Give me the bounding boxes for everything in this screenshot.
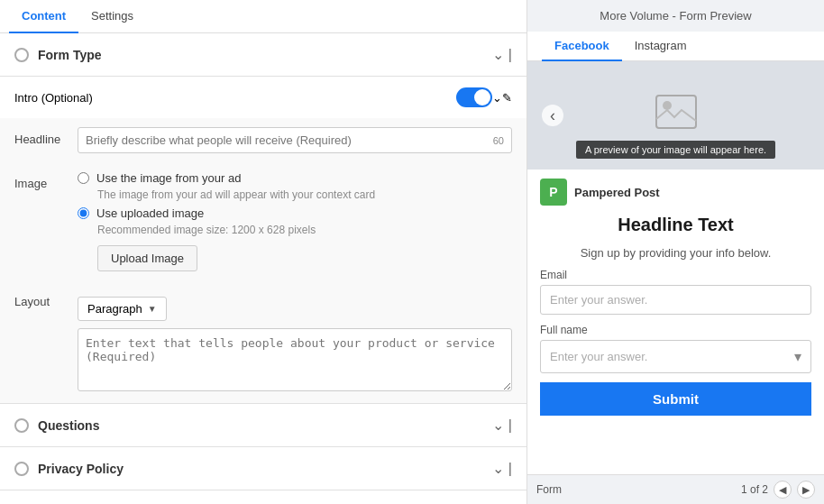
footer-form-label: Form xyxy=(536,483,562,496)
preview-content: ‹ A preview of your image will appear he… xyxy=(527,61,824,474)
section-questions[interactable]: Questions ⌄ | xyxy=(0,404,526,447)
questions-expand-icon: ⌄ | xyxy=(492,417,512,434)
preview-tabs: Facebook Instagram xyxy=(527,32,824,61)
layout-value: Paragraph xyxy=(87,302,142,316)
form-type-expand-icon: ⌄ | xyxy=(492,46,512,63)
advertiser-name: Pampered Post xyxy=(574,186,660,199)
svg-rect-0 xyxy=(656,96,696,128)
headline-input[interactable] xyxy=(86,133,493,147)
left-content: Form Type ⌄ | Intro (Optional) ⌄ ✎ Headl… xyxy=(0,33,526,504)
char-count: 60 xyxy=(493,135,504,146)
privacy-radio[interactable] xyxy=(14,462,29,476)
upload-image-button[interactable]: Upload Image xyxy=(97,245,197,271)
headline-row: Headline 60 xyxy=(0,118,526,162)
footer-pages: 1 of 2 xyxy=(741,483,768,496)
top-tabs: Content Settings xyxy=(0,0,526,33)
intro-section-header[interactable]: Intro (Optional) ⌄ ✎ xyxy=(0,77,526,118)
advertiser-logo: P xyxy=(540,179,567,206)
image-preview-caption: A preview of your image will appear here… xyxy=(576,141,775,159)
image-placeholder-icon xyxy=(655,94,698,138)
layout-textarea[interactable] xyxy=(78,328,512,391)
email-field-input[interactable]: Enter your answer. xyxy=(540,285,811,315)
preview-nav-left-icon[interactable]: ‹ xyxy=(542,105,563,126)
preview-tab-instagram[interactable]: Instagram xyxy=(622,32,700,61)
advertiser-row: P Pampered Post xyxy=(527,170,824,211)
layout-label: Layout xyxy=(14,289,78,308)
right-panel: More Volume - Form Preview Facebook Inst… xyxy=(527,0,824,504)
tab-content[interactable]: Content xyxy=(9,0,78,33)
footer-nav-prev[interactable]: ◀ xyxy=(774,481,792,499)
form-type-title: Form Type xyxy=(38,48,102,62)
footer-nav-next[interactable]: ▶ xyxy=(797,481,815,499)
preview-tab-facebook[interactable]: Facebook xyxy=(542,32,622,61)
intro-title: Intro (Optional) xyxy=(14,91,93,105)
image-option2[interactable]: Use uploaded image xyxy=(78,206,512,220)
left-panel: Content Settings Form Type ⌄ | Intro (Op… xyxy=(0,0,527,504)
intro-expanded-section: Headline 60 Image Use the image from you… xyxy=(0,118,526,404)
image-label: Image xyxy=(14,171,78,190)
image-option1-sub: The image from your ad will appear with … xyxy=(97,188,512,201)
fullname-field-input[interactable]: Enter your answer. ▾ xyxy=(540,340,811,373)
preview-footer: Form 1 of 2 ◀ ▶ xyxy=(527,474,824,504)
preview-headline: Headline Text xyxy=(527,211,824,243)
privacy-expand-icon: ⌄ | xyxy=(492,460,512,477)
headline-field: 60 xyxy=(78,127,512,153)
intro-expand-icon: ⌄ xyxy=(492,91,502,105)
layout-select: Paragraph ▼ xyxy=(78,289,512,328)
image-option1[interactable]: Use the image from your ad xyxy=(78,171,512,185)
preview-card: ‹ A preview of your image will appear he… xyxy=(527,61,824,474)
image-row: Image Use the image from your ad The ima… xyxy=(0,162,526,280)
layout-field: Paragraph ▼ xyxy=(78,289,512,394)
section-privacy-policy[interactable]: Privacy Policy ⌄ | xyxy=(0,447,526,490)
preview-subtext: Sign up by providing your info below. xyxy=(527,243,824,269)
preview-form: Email Enter your answer. Full name Enter… xyxy=(527,269,824,416)
fullname-field-label: Full name xyxy=(540,324,811,336)
image-option2-label: Use uploaded image xyxy=(96,206,204,220)
image-option2-sub: Recommended image size: 1200 x 628 pixel… xyxy=(97,224,512,236)
headline-input-wrapper: 60 xyxy=(78,127,512,153)
preview-header: More Volume - Form Preview xyxy=(527,0,824,32)
questions-title: Questions xyxy=(38,418,99,433)
privacy-title: Privacy Policy xyxy=(38,462,124,476)
layout-row: Layout Paragraph ▼ xyxy=(0,280,526,403)
preview-image-area: ‹ A preview of your image will appear he… xyxy=(527,61,824,170)
layout-chevron-icon: ▼ xyxy=(148,304,157,314)
footer-nav: 1 of 2 ◀ ▶ xyxy=(741,481,815,499)
fullname-dropdown-icon: ▾ xyxy=(794,348,801,365)
image-field: Use the image from your ad The image fro… xyxy=(78,171,512,271)
svg-point-1 xyxy=(663,101,672,110)
intro-edit-icon[interactable]: ✎ xyxy=(502,91,512,105)
tab-settings[interactable]: Settings xyxy=(78,0,146,33)
section-form-type[interactable]: Form Type ⌄ | xyxy=(0,33,526,77)
headline-label: Headline xyxy=(14,127,78,146)
image-option1-label: Use the image from your ad xyxy=(96,171,241,185)
questions-radio[interactable] xyxy=(14,418,29,433)
email-field-label: Email xyxy=(540,269,811,281)
submit-button[interactable]: Submit xyxy=(540,382,811,416)
layout-dropdown[interactable]: Paragraph ▼ xyxy=(78,297,167,321)
intro-toggle[interactable] xyxy=(456,87,492,107)
form-type-radio[interactable] xyxy=(14,48,29,62)
